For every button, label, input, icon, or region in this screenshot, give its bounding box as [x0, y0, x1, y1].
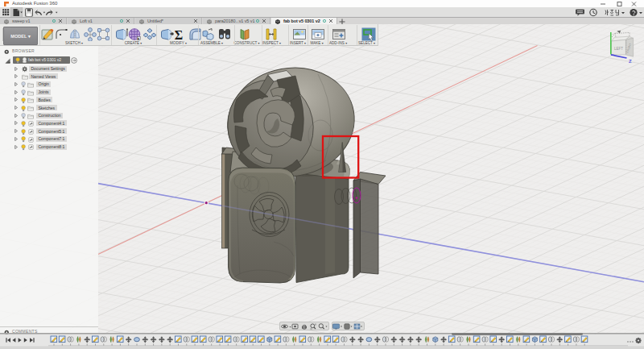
svg-text:▮: ▮ [138, 37, 139, 40]
svg-text:LEFT: LEFT [614, 47, 623, 51]
svg-text:Σ: Σ [175, 28, 183, 42]
svg-text:Z: Z [629, 59, 632, 64]
